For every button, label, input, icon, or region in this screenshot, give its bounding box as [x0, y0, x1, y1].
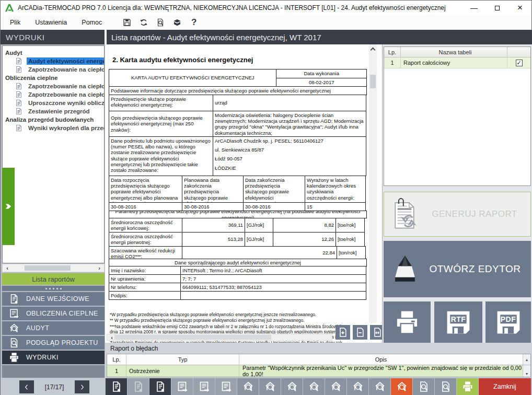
document-icon: [15, 57, 22, 65]
lista-raportow-tab[interactable]: Lista raportów: [2, 273, 105, 285]
zoom-out-button[interactable]: [353, 325, 367, 340]
scrollbar-thumb[interactable]: [370, 75, 376, 88]
project-value: urząd: [213, 95, 366, 111]
open-editor-button[interactable]: OTWÓRZ EDYTOR: [384, 241, 531, 297]
toolbar-audit-button-4[interactable]: [303, 378, 325, 395]
menu-bar: Plik Ustawienia Pomoc ?: [1, 15, 531, 30]
tree-item-zapotrzebowanie-1[interactable]: Zapotrzebowanie na ciepło w: [3, 65, 104, 74]
report-preview[interactable]: 2. Karta audytu efektywności energetyczn…: [105, 44, 382, 343]
chevron-right-icon: [78, 384, 86, 391]
toolbar-print-button[interactable]: [457, 378, 478, 395]
tree-item-zapotrzebowanie-2[interactable]: Zapotrzebowanie na ciepło w: [3, 82, 104, 90]
document-icon: [15, 66, 22, 73]
tables-list-header: Lp. Nazwa tabeli: [384, 47, 530, 57]
generate-report-button[interactable]: GENERUJ RAPORT: [384, 192, 531, 237]
tree-item-zapotrzebowanie-3[interactable]: Zapotrzebowanie na ciepło w: [3, 90, 104, 99]
sidebar-item-audyt[interactable]: AUDYT: [2, 321, 105, 335]
tree-item-wyniki-wykroplen[interactable]: Wyniki wykropleń dla przegró: [3, 124, 104, 132]
tree-horizontal-scrollbar[interactable]: ‹ ›: [2, 264, 105, 272]
toolbar-audit-button-1[interactable]: [237, 378, 259, 395]
preview-vertical-scrollbar[interactable]: [369, 44, 377, 323]
document-icon: [15, 108, 22, 115]
toolbar-doc-edit-button-1[interactable]: [106, 378, 127, 395]
toolbar-audit-button-6[interactable]: [347, 378, 368, 395]
collapse-panel-handle[interactable]: [2, 168, 15, 245]
minimize-button[interactable]: —: [462, 1, 485, 15]
help-button[interactable]: ?: [189, 17, 199, 28]
error-table: Lp. Typ Opis ▲ 1 Ostrzeżenie Parametr "W…: [107, 354, 531, 377]
tree-item-uproszczone-wyniki[interactable]: Uproszczone wyniki obliczeń: [3, 99, 104, 107]
next-page-button[interactable]: [75, 380, 89, 393]
error-table-scrollbar[interactable]: ▲: [523, 354, 530, 365]
print-button[interactable]: [384, 301, 431, 343]
toolbar-audit-button-5[interactable]: [325, 378, 346, 395]
toolbar-table-button-3[interactable]: [215, 378, 237, 395]
zamknij-button[interactable]: Zamknij: [479, 378, 531, 395]
toolbar-audit-button-7[interactable]: [369, 378, 390, 395]
param-primary-unit-toe: [toe/rok]: [336, 232, 365, 247]
params-header: Parametry przedsięwzięcia służącego popr…: [109, 211, 367, 218]
sidebar-item-dane-wejsciowe[interactable]: DANE WEJŚCIOWE: [2, 292, 105, 306]
toolbar-audit-button-active[interactable]: [391, 378, 412, 395]
refresh-button[interactable]: [138, 17, 149, 28]
scroll-right-icon[interactable]: ›: [96, 265, 103, 271]
date-header-start: Data rozpoczęcia przedsięwzięcia służące…: [109, 176, 182, 203]
scroll-down-icon[interactable]: ▼: [525, 372, 529, 376]
arrow-right-icon: [4, 202, 13, 211]
error-row[interactable]: 1 Ostrzeżenie Parametr "Współczynnik prz…: [107, 365, 530, 377]
house-search-icon: [374, 380, 386, 393]
toolbar-preview-button-2[interactable]: [435, 378, 456, 395]
scroll-up-icon[interactable]: ▲: [525, 358, 529, 362]
tree-item-audyt-efektywnosci[interactable]: Audyt efektywności energety: [3, 57, 104, 65]
table-row[interactable]: 1 Raport całościowy ✓: [384, 57, 530, 68]
close-button[interactable]: ×: [508, 1, 531, 15]
zoom-in-button[interactable]: [336, 325, 350, 340]
package-icon: [172, 18, 182, 27]
modules-button[interactable]: [172, 17, 182, 28]
toolbar-preview-button-1[interactable]: [413, 378, 434, 395]
maximize-button[interactable]: [485, 1, 508, 15]
menu-plik[interactable]: Plik: [1, 19, 28, 26]
previous-page-button[interactable]: [19, 380, 34, 393]
page-fit-icon: [372, 327, 383, 338]
card-title: KARTA AUDYTU EFEKTYWNOŚCI ENERGETYCZNEJ: [109, 69, 276, 87]
toolbar-doc-edit-button-3[interactable]: [149, 378, 171, 395]
sidebar-header: WYDRUKI: [1, 30, 105, 44]
scrollbar-thumb[interactable]: [25, 265, 71, 271]
column-opis: Opis: [239, 354, 523, 365]
include-checkbox[interactable]: ✓: [516, 60, 523, 66]
date-label: Data wykonania: [276, 69, 367, 78]
pencil-icon: [391, 249, 419, 289]
toolbar-audit-button-3[interactable]: [281, 378, 303, 395]
author-name-value: INTERsoft ; Termo inż.; ArCADiasoft: [180, 266, 366, 275]
report-tree: Audyt Audyt efektywności energety Zapotr…: [2, 45, 105, 263]
printer-icon: [8, 352, 20, 363]
column-nazwa-tabeli: Nazwa tabeli: [401, 47, 507, 57]
scroll-up-icon[interactable]: [369, 45, 377, 52]
print-preview-button[interactable]: [155, 17, 166, 28]
tree-item-zestawienie-przegrod[interactable]: Zestawienie przegród: [3, 107, 104, 115]
toolbar-doc-edit-button-2[interactable]: [128, 378, 149, 395]
house-search-icon: [286, 380, 298, 393]
menu-pomoc[interactable]: Pomoc: [74, 19, 109, 26]
toolbar-audit-button-2[interactable]: [259, 378, 281, 395]
toolbar-table-button-2[interactable]: [193, 378, 215, 395]
menu-ustawienia[interactable]: Ustawienia: [28, 19, 74, 26]
save-button[interactable]: [122, 17, 132, 28]
author-name-label: Imię i nazwisko:: [109, 266, 181, 275]
sidebar-item-podglad-projektu[interactable]: PODGLĄD PROJEKTU: [2, 336, 105, 350]
export-rtf-button[interactable]: RTF: [434, 301, 482, 343]
scroll-left-icon[interactable]: ‹: [4, 265, 11, 271]
splitter-grip-icon[interactable]: [2, 286, 105, 291]
preview-horizontal-scrollbar[interactable]: ‹: [107, 334, 332, 341]
description-value: Modernizacja oświetlenia: halogeny Docie…: [213, 111, 366, 137]
error-table-scrollbar[interactable]: ▼: [523, 365, 530, 377]
param-final-value-toe: 8,82: [273, 218, 336, 233]
scrollbar-thumb[interactable]: [114, 335, 271, 340]
sidebar-item-obliczenia-cieplne[interactable]: OBLICZENIA CIEPLNE: [2, 307, 105, 320]
author-phone-label: Nr telefonu:: [109, 283, 181, 292]
export-pdf-button[interactable]: PDF: [485, 301, 531, 343]
sidebar-item-wydruki[interactable]: WYDRUKI: [2, 351, 105, 364]
tree-group-obliczenia: Obliczenia cieplne: [3, 74, 104, 82]
toolbar-table-button-1[interactable]: [171, 378, 193, 395]
